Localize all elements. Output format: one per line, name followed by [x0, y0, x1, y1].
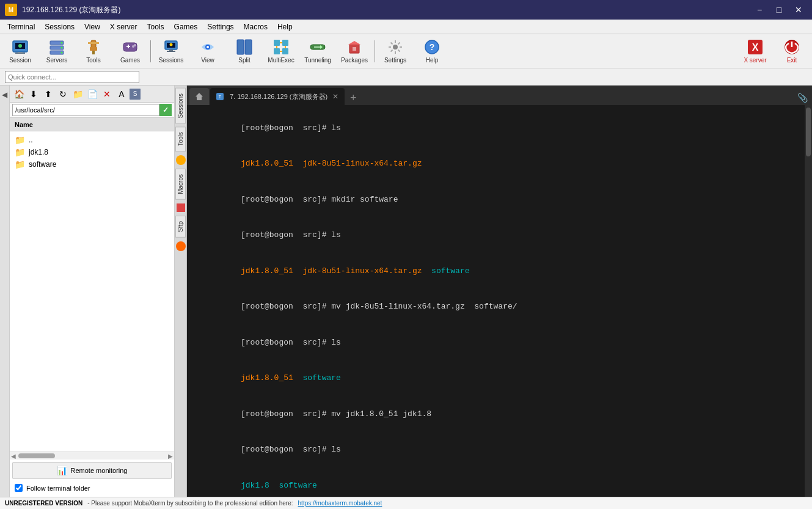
terminal-line: [root@bogon src]# ls	[193, 218, 799, 254]
path-ok-button[interactable]: ✓	[159, 104, 172, 116]
follow-terminal-folder[interactable]: Follow terminal folder	[10, 482, 174, 497]
window-title: 192.168.126.129 (京淘服务器)	[22, 5, 120, 15]
file-settings2-btn[interactable]: S	[130, 89, 141, 100]
close-button[interactable]: ✕	[790, 4, 807, 16]
title-left: M 192.168.126.129 (京淘服务器)	[5, 4, 120, 16]
toolbar: Session Servers Tools	[0, 34, 812, 68]
toolbar-help-label: Help	[426, 57, 439, 64]
sidebar-item-sessions[interactable]: Sessions	[175, 88, 186, 124]
menu-terminal[interactable]: Terminal	[2, 21, 40, 32]
terminal-line: [root@bogon src]# mv jdk1.8.0_51 jdk1.8	[193, 396, 799, 432]
toolbar-games-label: Games	[120, 57, 140, 64]
menu-tools[interactable]: Tools	[142, 21, 169, 32]
tools-icon	[85, 38, 102, 56]
quick-connect-input[interactable]	[5, 71, 139, 83]
status-link[interactable]: https://mobaxterm.mobatek.net	[298, 500, 382, 507]
sidebar-item-sftp[interactable]: Sftp	[175, 216, 186, 238]
file-refresh-btn[interactable]: 🏠	[12, 87, 26, 101]
view-icon	[199, 38, 216, 56]
pin-button[interactable]: 📎	[795, 90, 810, 105]
toolbar-help[interactable]: ? Help	[414, 36, 450, 67]
svg-rect-23	[167, 51, 175, 52]
svg-rect-31	[274, 48, 280, 54]
terminal-line: jdk1.8.0_51 software	[193, 361, 799, 397]
toolbar-packages-label: Packages	[341, 57, 368, 64]
file-list: 📁 .. 📁 jdk1.8 📁 software	[10, 131, 174, 452]
scroll-right-arrow[interactable]: ▶	[168, 453, 173, 460]
quick-connect-bar	[0, 68, 812, 86]
toolbar-tunneling[interactable]: Tunneling	[300, 36, 335, 67]
svg-rect-3	[15, 53, 25, 54]
menu-help[interactable]: Help	[272, 21, 298, 32]
toolbar-session[interactable]: Session	[2, 36, 38, 67]
remote-monitoring-label: Remote monitoring	[71, 467, 128, 474]
file-toolbar: 🏠 ⬇ ⬆ ↻ 📁 📄 ✕ A S	[10, 86, 174, 103]
list-item[interactable]: 📁 jdk1.8	[10, 146, 174, 158]
toolbar-view[interactable]: View	[190, 36, 225, 67]
svg-text:X: X	[752, 42, 759, 53]
toolbar-servers[interactable]: Servers	[39, 36, 75, 67]
follow-folder-checkbox[interactable]	[15, 484, 23, 492]
terminal-tab-bar: T 7. 192.168.126.129 (京淘服务器) ✕ + 📎	[187, 86, 812, 105]
scroll-left-arrow[interactable]: ◀	[11, 453, 16, 460]
file-newfolder-btn[interactable]: 📁	[71, 87, 84, 101]
file-font-btn[interactable]: A	[115, 87, 128, 101]
menu-bar: Terminal Sessions View X server Tools Ga…	[0, 20, 812, 34]
list-item[interactable]: 📁 ..	[10, 134, 174, 146]
tab-close-button[interactable]: ✕	[332, 92, 338, 101]
terminal-line: [root@bogon src]# mkdir software	[193, 181, 799, 218]
menu-macros[interactable]: Macros	[239, 21, 272, 32]
toolbar-multiexec[interactable]: MultiExec	[263, 36, 299, 67]
menu-xserver[interactable]: X server	[105, 21, 142, 32]
toolbar-session-label: Session	[9, 57, 31, 64]
new-tab-button[interactable]: +	[346, 90, 360, 105]
terminal-vertical-scrollbar[interactable]	[805, 105, 812, 497]
file-refresh2-btn[interactable]: ↻	[56, 87, 70, 101]
toolbar-exit[interactable]: Exit	[774, 36, 810, 67]
svg-point-4	[18, 44, 22, 48]
toolbar-split[interactable]: Split	[227, 36, 262, 67]
file-delete-btn[interactable]: ✕	[100, 87, 114, 101]
toolbar-exit-label: Exit	[787, 57, 797, 64]
svg-rect-30	[282, 40, 288, 46]
tunneling-icon	[309, 38, 326, 56]
terminal-line: [root@bogon src]# ls	[193, 110, 799, 146]
minimize-button[interactable]: −	[751, 4, 768, 16]
svg-marker-36	[348, 41, 360, 45]
svg-rect-32	[282, 48, 288, 54]
toolbar-sessions[interactable]: Sessions	[153, 36, 189, 67]
toolbar-tools[interactable]: Tools	[76, 36, 111, 67]
terminal-content[interactable]: [root@bogon src]# ls jdk1.8.0_51 jdk-8u5…	[187, 105, 805, 497]
drag-handle[interactable]	[177, 203, 185, 212]
file-upload-btn[interactable]: ⬆	[42, 87, 55, 101]
menu-games[interactable]: Games	[169, 21, 203, 32]
list-item[interactable]: 📁 software	[10, 158, 174, 170]
folder-icon: 📁	[15, 135, 25, 145]
sidebar-item-macros[interactable]: Macros	[175, 169, 186, 200]
toolbar-xserver[interactable]: X X server	[737, 36, 773, 67]
menu-sessions[interactable]: Sessions	[40, 21, 79, 32]
toolbar-packages[interactable]: Packages	[337, 36, 372, 67]
menu-view[interactable]: View	[79, 21, 105, 32]
status-unregistered: UNREGISTERED VERSION	[5, 500, 82, 507]
terminal-line: [root@bogon src]# ls	[193, 432, 799, 468]
home-tab[interactable]	[189, 88, 209, 105]
file-download-btn[interactable]: ⬇	[27, 87, 40, 101]
horizontal-scrollbar-thumb[interactable]	[18, 453, 55, 458]
toolbar-settings[interactable]: Settings	[378, 36, 413, 67]
bookmark-star[interactable]	[176, 155, 186, 165]
sidebar-item-tools[interactable]: Tools	[175, 126, 186, 152]
sftp-indicator	[176, 241, 186, 251]
file-newfile-btn[interactable]: 📄	[86, 87, 99, 101]
terminal-scrollbar-thumb[interactable]	[806, 108, 811, 156]
menu-settings[interactable]: Settings	[202, 21, 238, 32]
panel-collapse-btn[interactable]: ◀	[0, 86, 10, 497]
path-input[interactable]	[12, 104, 159, 116]
file-list-header: Name	[10, 118, 174, 131]
terminal-tab-main[interactable]: T 7. 192.168.126.129 (京淘服务器) ✕	[210, 88, 345, 105]
remote-monitoring-button[interactable]: 📊 Remote monitoring	[12, 462, 172, 479]
exit-icon	[783, 38, 800, 56]
toolbar-games[interactable]: Games	[112, 36, 148, 67]
sessions-icon	[163, 38, 180, 56]
maximize-button[interactable]: □	[770, 4, 788, 16]
